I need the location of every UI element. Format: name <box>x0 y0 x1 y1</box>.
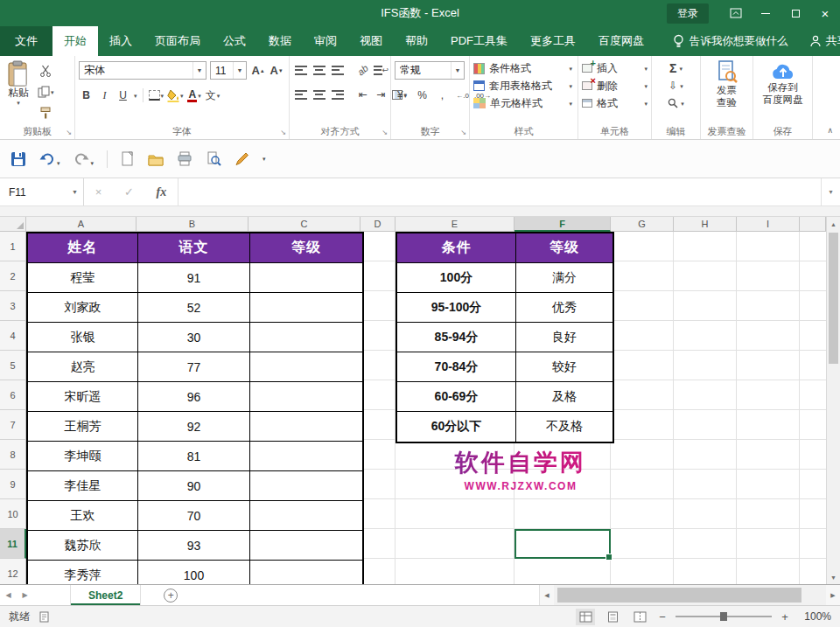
cell[interactable]: 96 <box>138 382 250 412</box>
cells-canvas[interactable]: 姓名语文等级程莹91刘家政52张银30赵亮77宋昕遥96王桐芳92李坤颐81李佳… <box>26 232 826 584</box>
font-name-combo[interactable]: 宋体 ▼ <box>79 61 206 80</box>
vertical-scrollbar[interactable]: ▲ ▼ <box>826 217 840 584</box>
name-box[interactable]: F11 ▼ <box>0 178 84 206</box>
row-header-2[interactable]: 2 <box>0 261 26 291</box>
increase-indent-button[interactable]: ⇥ <box>374 86 388 103</box>
invoice-check-button[interactable]: 发票 查验 <box>704 59 749 110</box>
format-as-table-button[interactable]: 套用表格格式 ▾ <box>473 77 572 94</box>
fill-button[interactable]: ⇩ ▾ <box>655 77 696 94</box>
insert-cells-button[interactable]: 插入 ▾ <box>582 59 648 77</box>
qat-print-preview-button[interactable] <box>206 151 221 166</box>
table-header-cell[interactable]: 语文 <box>138 233 250 263</box>
bottom-align-button[interactable] <box>330 61 345 79</box>
sheet-nav-left-arrow[interactable]: ◀ <box>0 585 17 605</box>
cell[interactable]: 程莹 <box>28 263 138 293</box>
cell[interactable]: 90 <box>138 471 250 501</box>
horizontal-scroll-thumb[interactable] <box>557 588 802 603</box>
tell-me-box[interactable]: 告诉我你想要做什么 <box>664 26 797 56</box>
row-header-10[interactable]: 10 <box>0 499 26 529</box>
selected-cell-F11[interactable] <box>514 529 611 559</box>
decrease-font-size-button[interactable]: A▾ <box>269 62 284 80</box>
comma-style-button[interactable]: , <box>435 87 450 104</box>
save-to-baidu-button[interactable]: 保存到 百度网盘 <box>757 59 808 108</box>
align-right-button[interactable] <box>330 86 345 103</box>
cell[interactable]: 77 <box>138 352 250 382</box>
table-header-cell[interactable]: 等级 <box>250 233 362 263</box>
sheet-nav-right-arrow[interactable]: ▶ <box>17 585 33 605</box>
clipboard-dialog-launcher[interactable]: ↘ <box>66 129 72 136</box>
row-header-12[interactable]: 12 <box>0 559 26 584</box>
cell[interactable]: 良好 <box>516 323 612 352</box>
cell[interactable]: 92 <box>138 412 250 442</box>
qat-new-workbook-button[interactable] <box>121 151 135 166</box>
minimize-button[interactable] <box>751 0 780 26</box>
column-header-C[interactable]: C <box>248 217 360 232</box>
scroll-down-arrow[interactable]: ▼ <box>827 570 840 584</box>
orientation-button[interactable]: ab <box>352 59 374 81</box>
find-select-button[interactable]: ▾ <box>655 94 696 112</box>
scroll-up-arrow[interactable]: ▲ <box>827 217 840 231</box>
alignment-dialog-launcher[interactable]: ↘ <box>382 129 388 136</box>
row-header-6[interactable]: 6 <box>0 380 26 410</box>
increase-decimal-button[interactable]: ←.0 <box>455 87 470 104</box>
top-align-button[interactable] <box>293 61 308 79</box>
cell[interactable]: 张银 <box>28 323 138 352</box>
cell[interactable] <box>250 471 362 501</box>
font-dialog-launcher[interactable]: ↘ <box>280 129 286 136</box>
zoom-out-button[interactable]: − <box>657 610 668 624</box>
ribbon-tab-插入[interactable]: 插入 <box>98 26 144 56</box>
qat-save-button[interactable] <box>10 151 26 167</box>
login-button[interactable]: 登录 <box>667 3 709 24</box>
cell[interactable]: 不及格 <box>516 412 612 442</box>
ribbon-display-options-button[interactable] <box>721 0 751 26</box>
cell[interactable]: 91 <box>138 263 250 293</box>
ribbon-tab-PDF工具集[interactable]: PDF工具集 <box>439 26 519 56</box>
cell[interactable]: 赵亮 <box>28 352 138 382</box>
align-center-button[interactable] <box>312 86 326 103</box>
cell[interactable]: 王欢 <box>28 501 138 531</box>
fill-color-button[interactable]: ▾ <box>167 87 184 104</box>
zoom-percentage[interactable]: 100% <box>798 610 831 623</box>
accounting-format-button[interactable]: ¥▾ <box>395 87 410 104</box>
cell[interactable] <box>250 323 362 352</box>
column-header-E[interactable]: E <box>396 217 514 232</box>
cell[interactable]: 70-84分 <box>397 352 516 382</box>
qat-undo-button[interactable]: ▾ <box>39 152 60 166</box>
cancel-icon[interactable]: × <box>95 185 102 199</box>
accessibility-checker-icon[interactable] <box>38 611 50 623</box>
share-button[interactable]: 共享 <box>797 26 840 56</box>
increase-font-size-button[interactable]: A▴ <box>250 62 265 80</box>
cell[interactable]: 60分以下 <box>397 412 516 442</box>
select-all-corner[interactable] <box>0 217 26 232</box>
table-header-cell[interactable]: 条件 <box>397 233 516 263</box>
cell[interactable]: 魏苏欣 <box>28 531 138 561</box>
cell[interactable] <box>250 263 362 293</box>
ribbon-tab-开始[interactable]: 开始 <box>52 26 98 56</box>
cell[interactable]: 85-94分 <box>397 323 516 352</box>
cell[interactable]: 李坤颐 <box>28 442 138 471</box>
ribbon-tab-百度网盘[interactable]: 百度网盘 <box>587 26 655 56</box>
cell-styles-button[interactable]: 单元格样式 ▾ <box>473 94 572 112</box>
align-left-button[interactable] <box>293 86 308 103</box>
cell[interactable] <box>250 412 362 442</box>
formula-bar-expand-arrow[interactable]: ▾ <box>821 178 840 206</box>
cell[interactable]: 较好 <box>516 352 612 382</box>
number-format-dropdown-arrow[interactable]: ▼ <box>451 62 464 79</box>
cell[interactable]: 95-100分 <box>397 293 516 323</box>
qat-redo-button[interactable]: ▾ <box>74 152 94 166</box>
cell[interactable]: 52 <box>138 293 250 323</box>
close-button[interactable]: × <box>810 0 840 26</box>
cell[interactable] <box>250 382 362 412</box>
cell[interactable]: 满分 <box>516 263 612 293</box>
ribbon-tab-更多工具[interactable]: 更多工具 <box>519 26 587 56</box>
table-header-cell[interactable]: 姓名 <box>28 233 138 263</box>
hscroll-track[interactable] <box>554 585 826 605</box>
ribbon-tab-视图[interactable]: 视图 <box>348 26 394 56</box>
table-header-cell[interactable]: 等级 <box>516 233 612 263</box>
cell[interactable] <box>250 352 362 382</box>
cell[interactable]: 100 <box>138 561 250 584</box>
formula-input[interactable] <box>178 178 821 206</box>
cut-button[interactable] <box>38 62 54 80</box>
copy-button[interactable]: ▾ <box>38 83 54 101</box>
collapse-ribbon-arrow[interactable]: ∧ <box>827 126 833 135</box>
